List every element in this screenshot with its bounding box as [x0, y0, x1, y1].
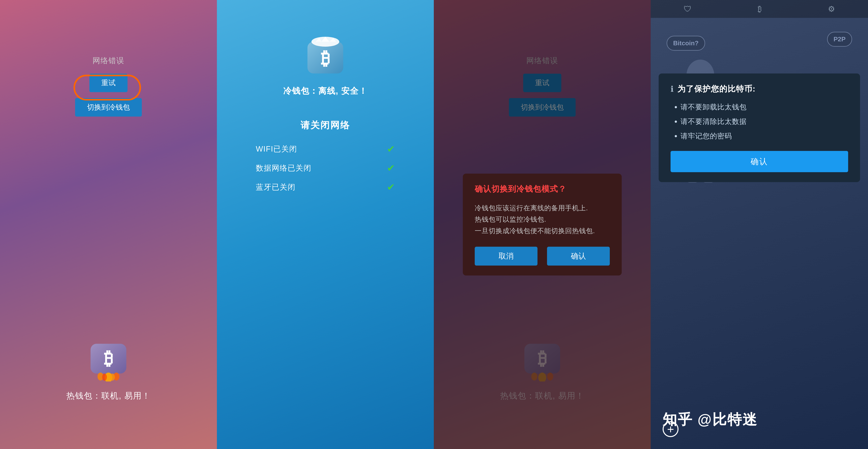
protection-dialog: ℹ 为了保护您的比特币: 请不要卸载比太钱包 请不要清除比太数据 请牢记您的密码…	[659, 73, 860, 182]
bitcoin-header-icon: ₿	[758, 5, 762, 13]
cold-wallet-icon: ₿	[306, 36, 345, 75]
dialog-line1: 冷钱包应该运行在离线的备用手机上.	[475, 204, 588, 212]
gear-icon: ⚙	[828, 4, 835, 13]
wifi-item: WIFI已关闭 ✔	[256, 143, 395, 155]
panel-1-hot-wallet: 网络错误 重试 切换到冷钱包 ₿ 热钱包：联机, 易用！	[0, 0, 217, 449]
data-check: ✔	[387, 162, 395, 173]
hot-wallet-label-1: 热钱包：联机, 易用！	[66, 390, 150, 402]
dialog-title: 确认切换到冷钱包模式？	[475, 184, 610, 194]
protection-item-2: 请不要清除比太数据	[681, 117, 848, 127]
shield-icon: 🛡	[684, 5, 692, 13]
dialog-body: 冷钱包应该运行在离线的备用手机上. 热钱包可以监控冷钱包. 一旦切换成冷钱包便不…	[475, 202, 610, 237]
svg-text:₿: ₿	[321, 49, 330, 68]
panel-4-protection: 🛡 ₿ ⚙ Bitcoin? P2P I♥₿	[651, 0, 868, 449]
data-label: 数据网络已关闭	[256, 163, 311, 173]
panel-2-cold-wallet: ₿ 冷钱包：离线, 安全！ 请关闭网络 WIFI已关闭 ✔ 数据网络已关闭 ✔ …	[217, 0, 434, 449]
retry-button-1[interactable]: 重试	[89, 74, 127, 92]
hot-wallet-icon: ₿	[89, 342, 128, 382]
confirm-dialog: 确认切换到冷钱包模式？ 冷钱包应该运行在离线的备用手机上. 热钱包可以监控冷钱包…	[463, 173, 622, 276]
protection-item-1: 请不要卸载比太钱包	[681, 102, 848, 112]
speech-bubble-bitcoin: Bitcoin?	[666, 36, 705, 51]
bubble-bitcoin-text: Bitcoin?	[673, 39, 699, 47]
error-text-1: 网络错误	[93, 56, 124, 66]
svg-point-5	[102, 374, 107, 381]
protection-confirm-button[interactable]: 确认	[671, 151, 848, 172]
wifi-check: ✔	[387, 143, 395, 155]
protection-dialog-header: ℹ 为了保护您的比特币:	[671, 84, 848, 94]
data-item: 数据网络已关闭 ✔	[256, 162, 395, 173]
panel4-header: 🛡 ₿ ⚙	[651, 0, 868, 18]
protection-dialog-title: 为了保护您的比特币:	[678, 84, 755, 94]
panel-3-confirm: 网络错误 重试 切换到冷钱包 ₿ 热钱包：联机, 易用！ 确认切换到冷钱包模式？…	[434, 0, 651, 449]
speech-bubble-p2p: P2P	[827, 32, 852, 47]
cancel-button[interactable]: 取消	[475, 247, 537, 265]
svg-point-6	[110, 374, 115, 381]
plus-circle-icon[interactable]: +	[662, 421, 679, 437]
svg-text:₿: ₿	[104, 349, 113, 368]
dialog-buttons: 取消 确认	[475, 247, 610, 265]
bluetooth-item: 蓝牙已关闭 ✔	[256, 182, 395, 193]
protection-list: 请不要卸载比太钱包 请不要清除比太数据 请牢记您的密码	[671, 102, 848, 141]
confirm-button[interactable]: 确认	[547, 247, 610, 265]
dialog-line2: 热钱包可以监控冷钱包.	[475, 216, 546, 223]
protection-item-3: 请牢记您的密码	[681, 131, 848, 141]
bluetooth-label: 蓝牙已关闭	[256, 182, 296, 192]
network-title: 请关闭网络	[301, 119, 350, 131]
switch-wallet-button-1[interactable]: 切换到冷钱包	[75, 98, 142, 117]
cold-wallet-label: 冷钱包：离线, 安全！	[283, 86, 367, 97]
info-icon: ℹ	[671, 85, 674, 94]
bubble-p2p-text: P2P	[834, 36, 845, 43]
network-section: 请关闭网络 WIFI已关闭 ✔ 数据网络已关闭 ✔ 蓝牙已关闭 ✔	[256, 119, 395, 200]
bluetooth-check: ✔	[387, 182, 395, 193]
wifi-label: WIFI已关闭	[256, 144, 297, 154]
dialog-line3: 一旦切换成冷钱包便不能切换回热钱包.	[475, 227, 595, 234]
